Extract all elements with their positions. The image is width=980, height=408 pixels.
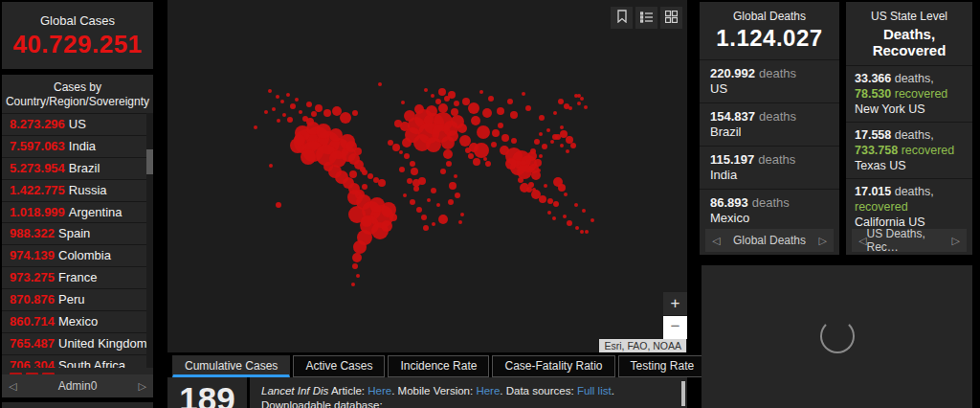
cases-list-item[interactable]: 765.487United Kingdom	[2, 332, 153, 354]
case-dot[interactable]	[354, 147, 362, 155]
case-dot[interactable]	[294, 134, 305, 146]
case-dot[interactable]	[522, 92, 525, 96]
case-dot[interactable]	[577, 102, 581, 105]
zoom-in-button[interactable]: +	[663, 292, 687, 315]
case-dot[interactable]	[577, 94, 581, 98]
case-dot[interactable]	[584, 105, 588, 109]
pager-next-icon[interactable]: ▷	[952, 235, 960, 247]
case-dot[interactable]	[316, 124, 331, 139]
case-dot[interactable]	[295, 98, 299, 102]
deaths-list-item[interactable]: 154.837deathsBrazil	[700, 102, 839, 146]
case-dot[interactable]	[440, 169, 446, 174]
case-dot[interactable]	[477, 125, 490, 139]
basemap-button[interactable]	[660, 7, 682, 29]
case-dot[interactable]	[547, 211, 551, 215]
deaths-list-item[interactable]: 86.893deathsMexico	[700, 189, 839, 229]
cases-list-item[interactable]: 7.597.063India	[2, 135, 153, 157]
case-dot[interactable]	[468, 102, 479, 114]
case-dot[interactable]	[449, 182, 457, 190]
cases-list-item[interactable]: 1.018.999Argentina	[2, 201, 153, 223]
pager-prev-icon[interactable]: ◁	[858, 235, 866, 247]
case-dot[interactable]	[525, 105, 531, 111]
case-dot[interactable]	[282, 113, 286, 117]
case-dot[interactable]	[340, 112, 351, 124]
pager-prev-icon[interactable]: ◁	[9, 380, 16, 393]
case-dot[interactable]	[368, 173, 373, 179]
case-dot[interactable]	[416, 207, 422, 213]
case-dot[interactable]	[542, 144, 547, 149]
state-list-item[interactable]: 17.015 deaths, recoveredCalifornia US	[846, 178, 972, 229]
case-dot[interactable]	[511, 138, 517, 144]
case-dot[interactable]	[582, 209, 586, 213]
case-dot[interactable]	[352, 263, 358, 269]
cases-list-item[interactable]: 988.322Spain	[2, 222, 153, 244]
case-dot[interactable]	[426, 105, 437, 117]
case-dot[interactable]	[521, 160, 526, 166]
case-dot[interactable]	[560, 130, 568, 138]
case-dot[interactable]	[423, 225, 429, 231]
state-list-item[interactable]: 17.558 deaths, 733.758 recoveredTexas US	[846, 122, 972, 178]
case-dot[interactable]	[392, 144, 400, 151]
info-panel-scrollbar[interactable]	[681, 381, 685, 406]
pager-next-icon[interactable]: ▷	[819, 235, 827, 247]
case-dot[interactable]	[353, 240, 367, 254]
case-dot[interactable]	[575, 226, 579, 230]
case-dot[interactable]	[315, 104, 323, 112]
case-dot[interactable]	[488, 96, 494, 102]
case-dot[interactable]	[276, 95, 279, 99]
case-dot[interactable]	[362, 184, 368, 190]
case-dot[interactable]	[448, 199, 454, 205]
case-dot[interactable]	[585, 230, 589, 234]
cases-list-item[interactable]: 860.714Mexico	[2, 310, 153, 332]
case-dot[interactable]	[454, 101, 459, 106]
case-dot[interactable]	[530, 148, 536, 154]
case-dot[interactable]	[534, 159, 542, 167]
case-dot[interactable]	[491, 142, 497, 147]
case-dot[interactable]	[539, 132, 543, 136]
case-dot[interactable]	[537, 169, 541, 172]
case-dot[interactable]	[465, 147, 471, 153]
state-list-item[interactable]: 33.366 deaths, 78.530 recoveredNew York …	[846, 65, 972, 122]
case-dot[interactable]	[404, 153, 410, 159]
case-dot[interactable]	[421, 215, 427, 220]
cases-list-item[interactable]: 706.304South Africa	[2, 354, 153, 368]
case-dot[interactable]	[362, 170, 368, 175]
tab-testing-rate[interactable]: Testing Rate	[618, 355, 707, 377]
case-dot[interactable]	[454, 174, 457, 178]
case-dot[interactable]	[390, 214, 397, 221]
zoom-out-button[interactable]: −	[663, 316, 687, 339]
case-dot[interactable]	[507, 99, 513, 104]
case-dot[interactable]	[443, 149, 453, 159]
case-dot[interactable]	[299, 110, 302, 114]
case-dot[interactable]	[438, 215, 448, 224]
case-dot[interactable]	[492, 129, 500, 137]
case-dot[interactable]	[544, 184, 547, 188]
case-dot[interactable]	[438, 88, 446, 96]
cases-list-item[interactable]: 870.876Peru	[2, 288, 153, 310]
case-dot[interactable]	[457, 124, 467, 133]
case-dot[interactable]	[528, 182, 534, 188]
case-dot[interactable]	[276, 202, 281, 208]
case-dot[interactable]	[401, 101, 405, 104]
case-dot[interactable]	[471, 116, 480, 125]
case-dot[interactable]	[272, 107, 276, 111]
case-dot[interactable]	[447, 130, 458, 142]
world-map[interactable]: + − Esri, FAO, NOAA	[167, 0, 687, 352]
case-dot[interactable]	[564, 103, 569, 109]
case-dot[interactable]	[566, 149, 569, 153]
case-dot[interactable]	[399, 167, 405, 172]
case-dot[interactable]	[410, 199, 415, 205]
case-dot[interactable]	[412, 179, 420, 187]
case-dot[interactable]	[459, 135, 471, 147]
case-dot[interactable]	[402, 138, 412, 147]
case-dot[interactable]	[510, 111, 518, 119]
case-dot[interactable]	[287, 117, 293, 123]
case-dot[interactable]	[254, 125, 257, 129]
case-dot[interactable]	[547, 198, 553, 204]
case-dot[interactable]	[269, 164, 273, 168]
case-dot[interactable]	[590, 218, 594, 222]
pager-prev-icon[interactable]: ◁	[712, 235, 720, 247]
tab-cumulative-cases[interactable]: Cumulative Cases	[172, 355, 290, 377]
case-dot[interactable]	[349, 170, 357, 178]
case-dot[interactable]	[485, 161, 491, 167]
